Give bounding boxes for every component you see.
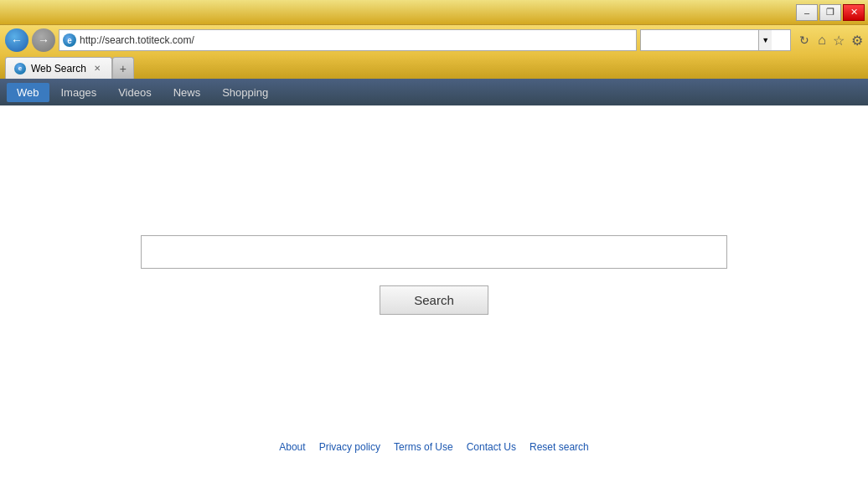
forward-button[interactable]: → [32, 28, 55, 52]
favorites-icon[interactable]: ☆ [833, 33, 845, 49]
back-button[interactable]: ← [5, 28, 28, 52]
address-row: ← → e http://search.totiteck.com/ ▼ ↻ ⌂ … [0, 25, 868, 55]
footer-reset[interactable]: Reset search [530, 441, 589, 453]
nav-item-videos[interactable]: Videos [108, 83, 162, 102]
toolbar-icons: ⌂ ☆ ⚙ [818, 33, 863, 49]
browser-window: – ❐ ✕ ← → e http://search.totiteck.com/ … [0, 0, 868, 478]
tab-favicon: e [14, 63, 26, 75]
browser-search-box[interactable]: ▼ [640, 29, 791, 51]
ie-favicon: e [63, 33, 76, 47]
browser-search-input[interactable] [641, 34, 758, 46]
search-input[interactable] [141, 235, 727, 269]
minimize-button[interactable]: – [796, 4, 818, 21]
nav-item-news[interactable]: News [163, 83, 211, 102]
tab-label: Web Search [31, 63, 86, 75]
restore-button[interactable]: ❐ [819, 4, 841, 21]
nav-item-images[interactable]: Images [51, 83, 107, 102]
settings-icon[interactable]: ⚙ [851, 33, 863, 49]
footer-privacy[interactable]: Privacy policy [319, 441, 380, 453]
footer-terms[interactable]: Terms of Use [394, 441, 453, 453]
new-tab-button[interactable]: + [112, 57, 134, 79]
title-bar: – ❐ ✕ [0, 0, 868, 25]
address-text: http://search.totiteck.com/ [80, 34, 633, 46]
nav-bar: Web Images Videos News Shopping [0, 79, 868, 105]
nav-item-shopping[interactable]: Shopping [212, 83, 278, 102]
tab-close-button[interactable]: ✕ [91, 63, 103, 75]
main-content: Search About Privacy policy Terms of Use… [0, 105, 868, 478]
search-button[interactable]: Search [380, 285, 488, 315]
footer-links: About Privacy policy Terms of Use Contac… [279, 441, 588, 453]
search-dropdown-btn[interactable]: ▼ [758, 30, 772, 50]
address-bar[interactable]: e http://search.totiteck.com/ [59, 29, 637, 51]
footer-about[interactable]: About [279, 441, 305, 453]
tabs-row: e Web Search ✕ + [0, 55, 868, 79]
refresh-button[interactable]: ↻ [794, 30, 814, 50]
nav-item-web[interactable]: Web [7, 83, 49, 102]
search-area: Search [141, 235, 727, 315]
home-icon[interactable]: ⌂ [818, 33, 826, 48]
footer-contact[interactable]: Contact Us [467, 441, 516, 453]
title-bar-buttons: – ❐ ✕ [796, 4, 865, 21]
close-button[interactable]: ✕ [843, 4, 865, 21]
tab-web-search[interactable]: e Web Search ✕ [5, 57, 112, 79]
